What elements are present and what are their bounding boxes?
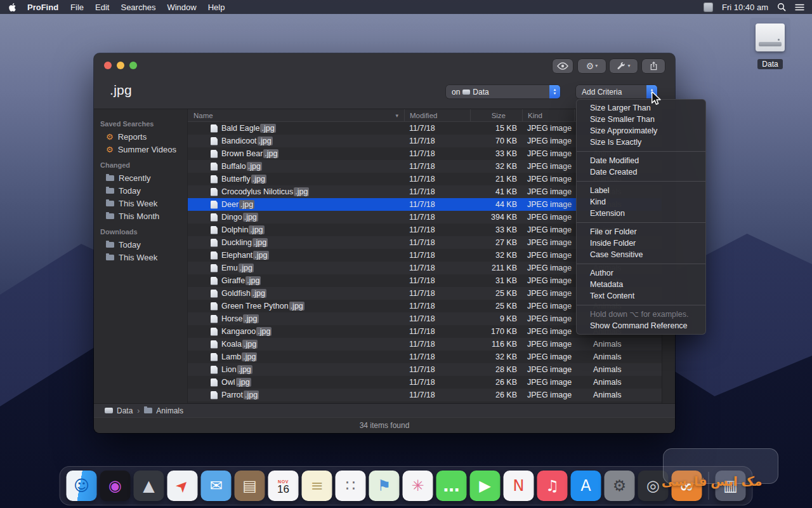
dock-siri[interactable]: ◉ <box>100 471 131 501</box>
menu-item-size-smaller-than[interactable]: Size Smaller Than <box>577 114 705 125</box>
menubar-menu-help[interactable]: Help <box>202 3 231 12</box>
menu-item-extension[interactable]: Extension <box>577 208 705 219</box>
column-header-size[interactable]: Size <box>470 109 522 122</box>
minimize-button[interactable] <box>117 62 124 69</box>
dock-photos[interactable]: ✳ <box>403 471 433 501</box>
search-query-field[interactable]: .jpg <box>110 83 132 98</box>
dock-music[interactable]: ♫ <box>537 471 568 501</box>
menubar-clock[interactable]: Fri 10:40 am <box>722 3 768 12</box>
close-button[interactable] <box>104 62 112 69</box>
menu-item-label[interactable]: Label <box>577 185 705 196</box>
sidebar-item-summer-videos[interactable]: Summer Videos <box>94 143 187 156</box>
menu-item-text-content[interactable]: Text Content <box>577 290 705 302</box>
menu-item-inside-folder[interactable]: Inside Folder <box>577 237 705 249</box>
dock-system-preferences[interactable]: ⚙ <box>605 471 635 501</box>
sidebar-item-reports[interactable]: Reports <box>94 130 187 143</box>
menu-item-date-created[interactable]: Date Created <box>577 166 705 178</box>
dock-calendar[interactable]: NOV16 <box>268 471 299 501</box>
menu-item-author[interactable]: Author <box>577 267 705 279</box>
sidebar-item-this-week[interactable]: This Week <box>94 251 187 264</box>
dock-reminders[interactable]: ∷ <box>336 471 366 501</box>
menu-item-size-approximately[interactable]: Size Approximately <box>577 125 705 137</box>
spotlight-icon[interactable] <box>777 3 786 11</box>
scope-popup-button[interactable]: on Data ▲▼ <box>446 85 560 98</box>
kind-cell: JPEG image <box>522 236 574 249</box>
sidebar-item-this-week[interactable]: This Week <box>94 197 187 210</box>
table-row-lamb[interactable]: Lamb.jpg11/7/1832 KBJPEG imageAnimals <box>188 351 662 363</box>
sidebar-item-recently[interactable]: Recently <box>94 171 187 184</box>
file-name: Lion.jpg <box>221 365 252 374</box>
kind-cell: JPEG image <box>522 363 574 376</box>
menu-item-hold-down-for-examples: Hold down ⌥ for examples. <box>577 309 705 320</box>
status-menu-app-icon[interactable] <box>704 3 713 12</box>
dock-safari[interactable]: ➤ <box>167 471 198 501</box>
dock-finder[interactable]: ☺ <box>67 471 97 501</box>
file-name-cell: Parrot.jpg <box>188 389 404 401</box>
dock-contacts[interactable]: ▤ <box>235 471 265 501</box>
preview-button[interactable] <box>553 59 573 73</box>
dock-news[interactable]: N <box>504 471 534 501</box>
table-row-koala[interactable]: Koala.jpg11/7/18116 KBJPEG imageAnimals <box>188 338 662 351</box>
dock-mail[interactable]: ✉ <box>201 471 232 501</box>
dock-messages[interactable]: … <box>436 471 467 501</box>
match-highlight: .jpg <box>263 149 278 158</box>
size-cell: 27 KB <box>470 236 522 249</box>
menubar-menu-edit[interactable]: Edit <box>89 3 115 12</box>
sidebar-section-saved-searches: Saved SearchesReportsSummer Videos <box>94 114 187 156</box>
share-button[interactable] <box>642 59 665 73</box>
size-cell: 211 KB <box>470 262 522 274</box>
notification-center-icon[interactable] <box>795 3 804 11</box>
menu-item-kind[interactable]: Kind <box>577 196 705 208</box>
action-menu-button[interactable]: ⚙ ▾ <box>578 59 606 73</box>
menubar-menu-searches[interactable]: Searches <box>115 3 161 12</box>
kind-cell: JPEG image <box>522 274 574 287</box>
file-icon <box>211 201 218 209</box>
sidebar-item-today[interactable]: Today <box>94 238 187 251</box>
file-name: Emu.jpg <box>221 264 254 272</box>
menu-separator <box>577 181 705 182</box>
desktop-drive-icon[interactable]: Data <box>749 18 792 69</box>
file-icon <box>211 302 218 311</box>
dock-notes[interactable]: ≡ <box>302 471 332 501</box>
column-header-modified[interactable]: Modified <box>404 109 470 122</box>
zoom-button[interactable] <box>129 62 137 69</box>
sidebar-item-label: Summer Videos <box>118 145 176 154</box>
menu-item-metadata[interactable]: Metadata <box>577 279 705 290</box>
path-item-data[interactable]: Data <box>105 406 133 415</box>
menu-item-size-larger-than[interactable]: Size Larger Than <box>577 102 705 114</box>
column-header-kind[interactable]: Kind <box>522 109 574 122</box>
table-row-lion[interactable]: Lion.jpg11/7/1828 KBJPEG imageAnimals <box>188 363 662 376</box>
menu-item-date-modified[interactable]: Date Modified <box>577 155 705 166</box>
table-row-owl[interactable]: Owl.jpg11/7/1826 KBJPEG imageAnimals <box>188 376 662 389</box>
modified-cell: 11/7/18 <box>404 363 470 376</box>
menubar-app-name[interactable]: ProFind <box>21 3 65 12</box>
menu-item-case-sensitive[interactable]: Case Sensitive <box>577 249 705 260</box>
dock-maps[interactable]: ⚑ <box>369 471 400 501</box>
dock-facetime[interactable]: ▶ <box>470 471 501 501</box>
modified-cell: 11/7/18 <box>404 198 470 211</box>
drive-label[interactable]: Data <box>757 59 782 69</box>
menu-item-file-or-folder[interactable]: File or Folder <box>577 226 705 237</box>
size-cell: 394 KB <box>470 211 522 224</box>
column-header-name[interactable]: Name▾ <box>188 109 404 122</box>
modified-cell: 11/7/18 <box>404 389 470 401</box>
add-criteria-popup-button[interactable]: Add Criteria ▲▼ <box>576 85 657 98</box>
modified-cell: 11/7/18 <box>404 351 470 363</box>
sidebar-item-today[interactable]: Today <box>94 184 187 197</box>
modified-cell: 11/7/18 <box>404 173 470 185</box>
apple-menu-icon[interactable] <box>8 3 21 12</box>
dock-app-store[interactable]: A <box>571 471 601 501</box>
table-row-parrot[interactable]: Parrot.jpg11/7/1826 KBJPEG imageAnimals <box>188 389 662 401</box>
menubar-menu-window[interactable]: Window <box>161 3 202 12</box>
file-name: Brown Bear.jpg <box>221 149 278 158</box>
tools-menu-button[interactable]: ▾ <box>610 59 638 73</box>
menubar-menu-file[interactable]: File <box>65 3 89 12</box>
sidebar-item-this-month[interactable]: This Month <box>94 210 187 222</box>
mouse-cursor <box>651 91 662 109</box>
path-item-animals[interactable]: Animals <box>144 406 183 415</box>
gear-icon <box>106 132 114 142</box>
dock-launchpad[interactable]: ▲ <box>134 471 164 501</box>
menu-item-show-command-reference[interactable]: Show Command Reference <box>577 320 705 331</box>
menu-item-size-is-exactly[interactable]: Size Is Exactly <box>577 137 705 148</box>
column-header-label: Size <box>492 112 506 119</box>
